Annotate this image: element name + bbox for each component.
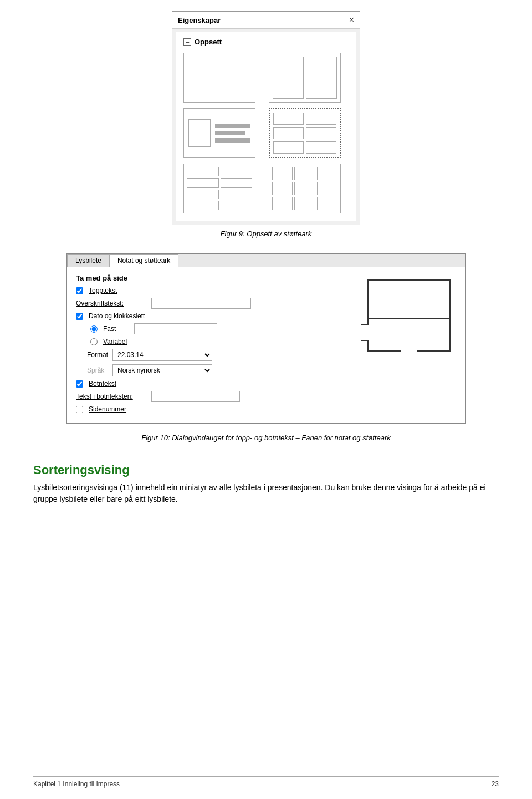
variabel-row: Variabel bbox=[76, 338, 356, 345]
botntekst-row: Botntekst bbox=[76, 380, 356, 388]
overskriftstekst-input[interactable] bbox=[151, 298, 251, 309]
dialog-close-button[interactable]: × bbox=[349, 15, 354, 25]
sprak-row: Språk Norsk nynorsk bbox=[76, 364, 356, 376]
overskriftstekst-row: Overskriftstekst: bbox=[76, 298, 356, 309]
fast-radio[interactable] bbox=[90, 325, 98, 333]
tekst-botntekst-row: Tekst i botnteksten: bbox=[76, 391, 356, 402]
slide-preview-tab bbox=[361, 324, 369, 341]
figure10-caption: Figur 10: Dialogvindauget for topp- og b… bbox=[141, 434, 390, 442]
slide-preview-top bbox=[369, 281, 449, 319]
layout-text-lines[interactable] bbox=[183, 108, 255, 158]
figure9-caption: Figur 9: Oppsett av støtteark bbox=[221, 230, 312, 238]
sprak-select[interactable]: Norsk nynorsk bbox=[112, 364, 212, 376]
slide-preview-bottom-tab bbox=[401, 350, 417, 358]
format-label: Format bbox=[76, 351, 109, 359]
figure9-container: Eigenskapar × − Oppsett bbox=[33, 11, 499, 248]
tab-lysbilete[interactable]: Lysbilete bbox=[67, 254, 110, 267]
dialog-title: Eigenskapar bbox=[178, 16, 221, 24]
tab-bar: Lysbilete Notat og støtteark bbox=[67, 254, 465, 267]
footer-right: 23 bbox=[492, 780, 499, 788]
dialog-titlebar: Eigenskapar × bbox=[172, 12, 360, 29]
layout-4box[interactable] bbox=[183, 164, 255, 213]
dialog-panel: Ta med på side Topptekst Overskriftsteks… bbox=[67, 267, 465, 423]
dialog-right-panel bbox=[367, 274, 456, 416]
layout-blank[interactable] bbox=[183, 53, 255, 103]
layout-3x3[interactable] bbox=[269, 164, 341, 213]
section-header: − Oppsett bbox=[183, 38, 349, 46]
layout-2x2-selected[interactable] bbox=[269, 108, 341, 158]
botntekst-label: Botntekst bbox=[89, 380, 150, 388]
topptekst-label: Topptekst bbox=[89, 287, 150, 294]
tab-notat-stotteark[interactable]: Notat og støtteark bbox=[109, 254, 178, 267]
dialog-body: − Oppsett bbox=[176, 32, 356, 221]
dato-row: Dato og klokkeslett bbox=[76, 312, 356, 320]
section-minus-icon: − bbox=[183, 38, 191, 46]
fast-input[interactable] bbox=[134, 323, 217, 334]
topptekst-row: Topptekst bbox=[76, 287, 356, 294]
layout-2col[interactable] bbox=[269, 53, 341, 103]
tekst-botntekst-label: Tekst i botnteksten: bbox=[76, 393, 148, 400]
dato-checkbox[interactable] bbox=[76, 313, 83, 320]
tekst-botntekst-input[interactable] bbox=[151, 391, 240, 402]
sprak-label: Språk bbox=[76, 367, 109, 374]
panel-section-title: Ta med på side bbox=[76, 274, 356, 282]
sortering-title: Sorteringsvising bbox=[33, 463, 499, 477]
botntekst-checkbox[interactable] bbox=[76, 380, 83, 388]
format-row: Format 22.03.14 bbox=[76, 349, 356, 361]
sortering-body: Lysbiletsorteringsvisinga (11) inneheld … bbox=[33, 482, 499, 505]
dato-label: Dato og klokkeslett bbox=[89, 312, 150, 320]
eigenskapar-dialog: Eigenskapar × − Oppsett bbox=[172, 11, 360, 225]
variabel-radio[interactable] bbox=[90, 338, 98, 345]
sortering-section: Sorteringsvising Lysbiletsorteringsvisin… bbox=[33, 463, 499, 505]
format-select[interactable]: 22.03.14 bbox=[112, 349, 212, 361]
page-footer: Kapittel 1 Innleiing til Impress 23 bbox=[33, 776, 499, 788]
dialog-left-panel: Ta med på side Topptekst Overskriftsteks… bbox=[76, 274, 356, 416]
layout-grid bbox=[183, 53, 349, 213]
figure10-container: Lysbilete Notat og støtteark Ta med på s… bbox=[33, 253, 499, 452]
sidenummer-label: Sidenummer bbox=[89, 405, 150, 413]
variabel-label: Variabel bbox=[103, 338, 164, 345]
fast-row: Fast bbox=[76, 323, 356, 334]
topptekst-checkbox[interactable] bbox=[76, 287, 83, 294]
slide-preview bbox=[367, 279, 451, 352]
sidenummer-row: Sidenummer bbox=[76, 405, 356, 413]
notat-dialog: Lysbilete Notat og støtteark Ta med på s… bbox=[66, 253, 466, 424]
overskriftstekst-label: Overskriftstekst: bbox=[76, 299, 148, 307]
footer-left: Kapittel 1 Innleiing til Impress bbox=[33, 780, 120, 788]
sidenummer-checkbox[interactable] bbox=[76, 406, 83, 413]
slide-preview-bottom bbox=[369, 319, 449, 350]
fast-label: Fast bbox=[103, 325, 131, 333]
section-label: Oppsett bbox=[195, 38, 222, 46]
